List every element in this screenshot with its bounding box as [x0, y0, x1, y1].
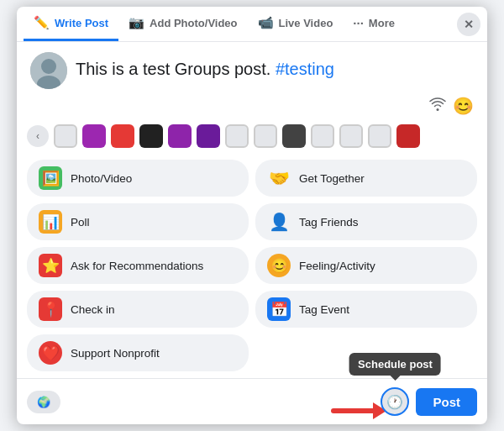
swatch-12[interactable]: [368, 124, 391, 148]
get-together-icon: 🤝: [267, 166, 291, 190]
action-tag-event[interactable]: 📅 Tag Event: [255, 291, 477, 328]
action-nonprofit-label: Support Nonprofit: [71, 347, 160, 360]
swatch-4[interactable]: [139, 124, 163, 148]
emoji-icon[interactable]: 😊: [453, 96, 474, 116]
post-hashtag: #testing: [276, 60, 334, 78]
swatch-10[interactable]: [311, 124, 334, 148]
action-photo-video-label: Photo/Video: [71, 172, 132, 185]
tab-bar: ✏️ Write Post 📷 Add Photo/Video 📹 Live V…: [17, 7, 487, 42]
more-tab-icon: ···: [353, 16, 364, 30]
schedule-button-wrapper: Schedule post 🕐: [381, 387, 409, 416]
action-tag-friends[interactable]: 👤 Tag Friends: [255, 203, 477, 240]
tab-write-post[interactable]: ✏️ Write Post: [24, 7, 118, 41]
swatch-3[interactable]: [111, 124, 134, 148]
photo-video-icon: 🖼️: [39, 166, 62, 190]
audience-globe-icon: 🌍: [37, 396, 50, 408]
swatch-7[interactable]: [225, 124, 249, 148]
action-recommendations-label: Ask for Recommendations: [71, 260, 203, 272]
tab-live-video-label: Live Video: [279, 17, 333, 29]
swatch-9[interactable]: [282, 124, 306, 148]
action-tag-friends-label: Tag Friends: [299, 216, 359, 229]
live-video-tab-icon: 📹: [258, 15, 274, 30]
swatch-2[interactable]: [82, 124, 106, 148]
action-support-nonprofit[interactable]: ❤️ Support Nonprofit: [27, 334, 249, 371]
write-post-icon: ✏️: [34, 15, 50, 30]
tag-event-icon: 📅: [267, 297, 291, 321]
post-text-content[interactable]: This is a test Groups post. #testing: [76, 52, 474, 81]
action-poll-label: Poll: [71, 216, 90, 229]
action-feeling-label: Feeling/Activity: [299, 260, 375, 272]
swatch-5[interactable]: [168, 124, 192, 148]
action-poll[interactable]: 📊 Poll: [27, 203, 249, 240]
close-button[interactable]: ✕: [457, 13, 480, 36]
svg-point-1: [41, 59, 56, 74]
tag-friends-icon: 👤: [267, 210, 291, 234]
action-check-in[interactable]: 📍 Check in: [27, 291, 249, 328]
swatch-6[interactable]: [197, 124, 220, 148]
feeling-icon: 😊: [267, 254, 291, 277]
action-checkin-label: Check in: [71, 303, 115, 316]
close-icon: ✕: [464, 18, 474, 31]
action-get-together-label: Get Together: [299, 172, 365, 185]
schedule-button[interactable]: 🕐: [381, 387, 409, 416]
create-post-modal: ✏️ Write Post 📷 Add Photo/Video 📹 Live V…: [17, 7, 487, 424]
audience-selector[interactable]: 🌍: [27, 391, 60, 413]
swatch-1[interactable]: [54, 124, 77, 148]
checkin-icon: 📍: [39, 297, 62, 321]
swatch-prev-arrow[interactable]: ‹: [27, 125, 49, 147]
swatch-8[interactable]: [254, 124, 277, 148]
tab-photo-video-label: Add Photo/Video: [150, 17, 237, 29]
recommendations-icon: ⭐: [39, 254, 62, 277]
swatch-13[interactable]: [396, 124, 420, 148]
clock-icon: 🕐: [386, 394, 403, 410]
bottom-left-area: 🌍: [27, 391, 374, 413]
post-text-main: This is a test Groups post.: [76, 60, 276, 78]
avatar: [30, 52, 67, 89]
tab-write-post-label: Write Post: [55, 17, 108, 29]
tab-live-video[interactable]: 📹 Live Video: [248, 7, 344, 41]
wifi-icon: [429, 97, 446, 115]
bottom-bar: 🌍 Schedule post 🕐 Post: [17, 378, 487, 424]
nonprofit-icon: ❤️: [39, 341, 62, 365]
tab-more-label: More: [369, 17, 395, 29]
action-photo-video[interactable]: 🖼️ Photo/Video: [27, 160, 249, 197]
action-get-together[interactable]: 🤝 Get Together: [255, 160, 477, 197]
action-ask-recommendations[interactable]: ⭐ Ask for Recommendations: [27, 247, 249, 284]
post-compose-area: This is a test Groups post. #testing: [17, 42, 487, 96]
tab-add-photo-video[interactable]: 📷 Add Photo/Video: [118, 7, 247, 41]
action-tag-event-label: Tag Event: [299, 303, 349, 316]
photo-video-tab-icon: 📷: [129, 15, 144, 30]
swatch-11[interactable]: [339, 124, 363, 148]
poll-icon: 📊: [39, 210, 62, 234]
post-button[interactable]: Post: [416, 388, 477, 416]
color-swatch-row: ‹: [17, 119, 487, 153]
media-tools-row: 😊: [17, 96, 487, 119]
action-feeling-activity[interactable]: 😊 Feeling/Activity: [255, 247, 477, 284]
action-grid: 🖼️ Photo/Video 🤝 Get Together 📊 Poll 👤 T…: [17, 153, 487, 378]
tab-more[interactable]: ··· More: [343, 8, 405, 41]
